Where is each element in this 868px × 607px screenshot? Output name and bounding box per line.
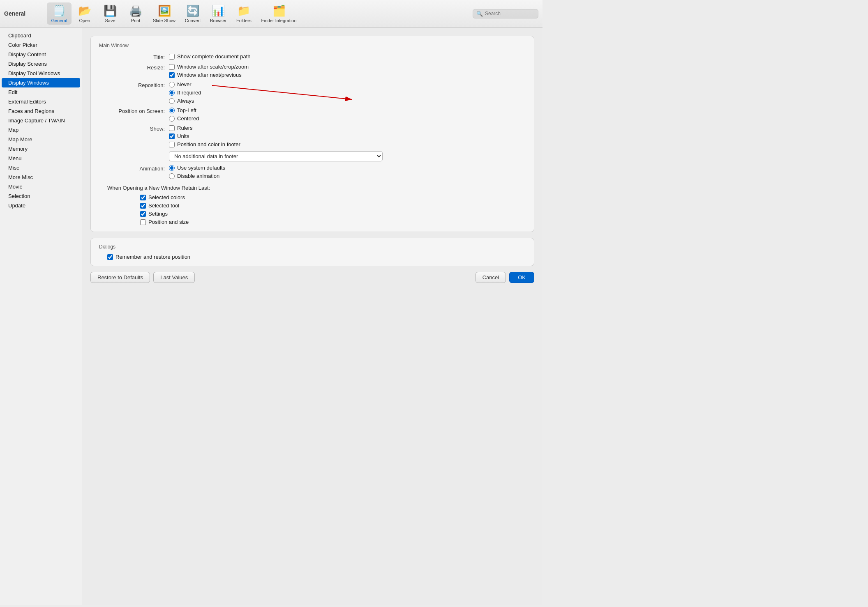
- last-values-button[interactable]: Last Values: [153, 272, 195, 283]
- reposition-if-required-radio[interactable]: [169, 90, 175, 96]
- sidebar-item-image-capture[interactable]: Image Capture / TWAIN: [2, 116, 80, 125]
- show-position-checkbox[interactable]: [169, 142, 175, 147]
- svg-line-1: [212, 85, 352, 99]
- reposition-if-required-label: If required: [177, 90, 201, 96]
- reposition-label: Reposition:: [99, 81, 165, 88]
- retain-colors-checkbox[interactable]: [140, 195, 146, 200]
- retain-tool-label: Selected tool: [148, 202, 179, 209]
- search-icon: 🔍: [476, 11, 483, 17]
- bottom-left: Restore to Defaults Last Values: [90, 272, 195, 283]
- resize-scale-label: Window after scale/crop/zoom: [177, 64, 249, 70]
- footer-dropdown[interactable]: No additional data in footer File name F…: [169, 151, 383, 161]
- convert-icon: 🔄: [186, 4, 199, 17]
- print-label: Print: [131, 18, 141, 23]
- title-show-complete-checkbox[interactable]: [169, 54, 175, 60]
- reposition-never-radio[interactable]: [169, 82, 175, 87]
- toolbar-item-general[interactable]: 🗒️ General: [47, 2, 72, 25]
- retain-tool-checkbox[interactable]: [140, 203, 146, 209]
- retain-tool-row: Selected tool: [140, 202, 526, 209]
- toolbar-item-print[interactable]: 🖨️ Print: [123, 2, 148, 25]
- animation-system-radio[interactable]: [169, 165, 175, 171]
- bottom-right: Cancel OK: [476, 272, 534, 283]
- resize-row: Resize: Window after scale/crop/zoom Win…: [99, 64, 526, 78]
- animation-system-row: Use system defaults: [169, 165, 225, 171]
- folders-label: Folders: [236, 18, 252, 23]
- position-centered-label: Centered: [177, 115, 199, 122]
- app-title: General: [4, 10, 45, 17]
- sidebar-item-color-picker[interactable]: Color Picker: [2, 40, 80, 50]
- position-centered-radio[interactable]: [169, 116, 175, 122]
- restore-defaults-button[interactable]: Restore to Defaults: [90, 272, 150, 283]
- show-position-row: Position and color in footer: [169, 141, 383, 147]
- retain-colors-label: Selected colors: [148, 194, 185, 200]
- toolbar-item-save[interactable]: 💾 Save: [98, 2, 122, 25]
- sidebar: ClipboardColor PickerDisplay ContentDisp…: [0, 28, 82, 605]
- sidebar-item-display-screens[interactable]: Display Screens: [2, 59, 80, 69]
- resize-next-label: Window after next/previous: [177, 72, 242, 78]
- sidebar-item-map[interactable]: Map: [2, 125, 80, 135]
- sidebar-item-map-more[interactable]: Map More: [2, 135, 80, 144]
- show-units-row: Units: [169, 133, 383, 139]
- sidebar-item-edit[interactable]: Edit: [2, 87, 80, 97]
- resize-scale-checkbox[interactable]: [169, 64, 175, 70]
- toolbar-item-slideshow[interactable]: 🖼️ Slide Show: [149, 2, 180, 25]
- animation-row: Animation: Use system defaults Disable a…: [99, 165, 526, 179]
- sidebar-item-display-tool-windows[interactable]: Display Tool Windows: [2, 69, 80, 78]
- retain-settings-label: Settings: [148, 211, 168, 217]
- toolbar-items: 🗒️ General 📂 Open 💾 Save 🖨️ Print 🖼️ Sli…: [47, 2, 471, 25]
- toolbar-item-convert[interactable]: 🔄 Convert: [180, 2, 205, 25]
- toolbar-item-browser[interactable]: 📊 Browser: [206, 2, 231, 25]
- show-units-checkbox[interactable]: [169, 133, 175, 139]
- resize-next-checkbox[interactable]: [169, 72, 175, 78]
- title-show-complete-label: Show complete document path: [177, 53, 251, 60]
- show-units-label: Units: [177, 133, 189, 139]
- cancel-button[interactable]: Cancel: [476, 272, 506, 283]
- dialogs-title: Dialogs: [99, 244, 526, 250]
- save-label: Save: [105, 18, 115, 23]
- convert-label: Convert: [185, 18, 201, 23]
- sidebar-item-more-misc[interactable]: More Misc: [2, 172, 80, 182]
- reposition-row: Reposition: Never If required Always: [99, 81, 526, 104]
- reposition-if-required-row: If required: [169, 90, 201, 96]
- retain-colors-row: Selected colors: [140, 194, 526, 200]
- sidebar-item-movie[interactable]: Movie: [2, 182, 80, 191]
- sidebar-item-misc[interactable]: Misc: [2, 163, 80, 172]
- toolbar-item-finder[interactable]: 🗂️ Finder Integration: [257, 2, 300, 25]
- search-input[interactable]: [485, 11, 535, 16]
- dialogs-remember-checkbox[interactable]: [107, 254, 113, 260]
- show-rulers-checkbox[interactable]: [169, 125, 175, 131]
- toolbar-item-folders[interactable]: 📁 Folders: [231, 2, 256, 25]
- animation-controls: Use system defaults Disable animation: [169, 165, 225, 179]
- main-window-section: Main Window Title: Show complete documen…: [90, 36, 534, 232]
- resize-controls: Window after scale/crop/zoom Window afte…: [169, 64, 249, 78]
- sidebar-item-update[interactable]: Update: [2, 201, 80, 210]
- general-label: General: [51, 18, 67, 23]
- content-area: Main Window Title: Show complete documen…: [82, 28, 542, 605]
- folders-icon: 📁: [237, 4, 250, 17]
- retain-title: When Opening a New Window Retain Last:: [99, 185, 526, 191]
- position-topleft-radio[interactable]: [169, 108, 175, 113]
- toolbar-item-open[interactable]: 📂 Open: [72, 2, 97, 25]
- open-icon: 📂: [78, 4, 91, 17]
- sidebar-item-display-windows[interactable]: Display Windows: [2, 78, 80, 87]
- sidebar-item-faces-and-regions[interactable]: Faces and Regions: [2, 106, 80, 116]
- finder-icon: 🗂️: [272, 4, 286, 17]
- show-position-label: Position and color in footer: [177, 141, 240, 147]
- retain-position-checkbox[interactable]: [140, 219, 146, 225]
- sidebar-item-selection[interactable]: Selection: [2, 191, 80, 201]
- sidebar-item-external-editors[interactable]: External Editors: [2, 97, 80, 106]
- retain-settings-checkbox[interactable]: [140, 211, 146, 217]
- search-box[interactable]: 🔍: [473, 9, 538, 18]
- sidebar-item-memory[interactable]: Memory: [2, 144, 80, 154]
- animation-system-label: Use system defaults: [177, 165, 225, 171]
- sidebar-item-menu[interactable]: Menu: [2, 154, 80, 163]
- main-layout: ClipboardColor PickerDisplay ContentDisp…: [0, 28, 542, 605]
- ok-button[interactable]: OK: [509, 272, 534, 283]
- slideshow-icon: 🖼️: [158, 4, 171, 17]
- animation-disable-radio[interactable]: [169, 173, 175, 179]
- sidebar-item-clipboard[interactable]: Clipboard: [2, 31, 80, 40]
- sidebar-item-display-content[interactable]: Display Content: [2, 50, 80, 59]
- reposition-always-row: Always: [169, 98, 201, 104]
- reposition-always-radio[interactable]: [169, 98, 175, 104]
- resize-next-row: Window after next/previous: [169, 72, 249, 78]
